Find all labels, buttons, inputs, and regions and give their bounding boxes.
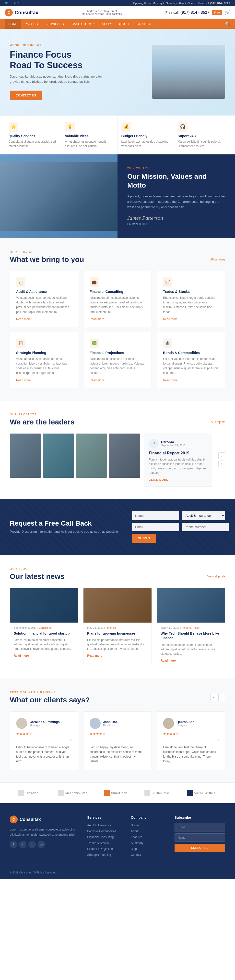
project-thumbnails bbox=[10, 434, 140, 487]
callback-name-input[interactable] bbox=[132, 511, 179, 520]
footer-link-strategic[interactable]: Strategic Planning bbox=[87, 853, 121, 856]
footer-link-features[interactable]: Features bbox=[131, 835, 165, 839]
callback-service-select[interactable]: Audit & Insurance Financial Consulting S… bbox=[181, 511, 225, 520]
top-bar: 🐦 f in g+ Opening Hours: Monday to Satur… bbox=[0, 0, 235, 6]
footer-name-input[interactable] bbox=[175, 834, 225, 842]
testimonials-next-button[interactable]: › bbox=[218, 694, 225, 701]
nav-home[interactable]: HOME bbox=[5, 19, 21, 29]
feature-ideas-title: Valuable Ideas bbox=[65, 134, 114, 138]
mission-content: WHY WE ARE Our Mission, Values and Motto… bbox=[118, 154, 235, 238]
footer-social: f t in g+ bbox=[10, 841, 77, 848]
footer-services-col: Services Audit & Assurance Bonds & Commo… bbox=[87, 816, 121, 859]
testimonial-3-text: I am alone, and feel the charm of existe… bbox=[163, 745, 219, 764]
blog-post-1-title: Solution financial for good startup bbox=[14, 631, 74, 636]
callback-phone-input[interactable] bbox=[181, 523, 229, 531]
service-projections-text: Iullus mollis id accumsan euismod at lac… bbox=[90, 357, 145, 375]
blog-post-2-title: Plans for growing businesses bbox=[87, 631, 148, 636]
all-services-link[interactable]: All services bbox=[210, 258, 225, 261]
nav-services[interactable]: SERVICES ▼ bbox=[42, 19, 68, 29]
twitter-icon[interactable]: 🐦 bbox=[5, 2, 8, 5]
service-bonds-read-more[interactable]: Read more bbox=[163, 379, 177, 382]
testimonials-prev-button[interactable]: ‹ bbox=[210, 694, 217, 701]
partner-ultradao-icon bbox=[18, 790, 24, 796]
search-icon[interactable]: 🔍 bbox=[225, 22, 230, 26]
footer-twitter-icon[interactable]: t bbox=[19, 841, 27, 848]
service-financial-text: Iullus mollis affirms habitasse dictumst… bbox=[90, 296, 145, 315]
footer-googleplus-icon[interactable]: g+ bbox=[38, 841, 45, 848]
footer-services-links: Audit & Assurance Bonds & Commodities Fi… bbox=[87, 823, 121, 856]
testimonial-2-avatar bbox=[90, 718, 101, 729]
feature-budget: 💰 Budget Friendly Lacinia elit accnae es… bbox=[118, 116, 174, 154]
blog-post-2-read-more[interactable]: Read more bbox=[87, 654, 103, 657]
footer-link-contact[interactable]: Contact bbox=[131, 853, 165, 856]
testimonial-2-stars: ★★★★☆ bbox=[90, 732, 145, 736]
project-thumb-1 bbox=[10, 434, 41, 478]
blog-title: Our latest news bbox=[10, 572, 65, 581]
footer-facebook-icon[interactable]: f bbox=[10, 841, 17, 848]
testimonial-2-text: I am so happy, my dear friend, so absorb… bbox=[90, 745, 145, 764]
slider-prev-button[interactable]: ‹ bbox=[218, 452, 225, 459]
testimonial-3-stars: ★★★★☆ bbox=[163, 732, 219, 736]
callback-submit-button[interactable]: SUBMIT bbox=[132, 534, 156, 543]
footer-linkedin-icon[interactable]: in bbox=[28, 841, 36, 848]
footer-link-financial[interactable]: Financial Consulting bbox=[87, 835, 121, 839]
service-financial-read-more[interactable]: Read more bbox=[90, 317, 104, 321]
header-address: Address: 121 King Street Melbourne Victo… bbox=[82, 10, 122, 16]
hero-person-image bbox=[152, 45, 225, 99]
trades-icon: 📈 bbox=[163, 277, 172, 287]
callback-section: Request a Free Call Back Provide Discuss… bbox=[0, 499, 235, 555]
footer-link-audit[interactable]: Audit & Assurance bbox=[87, 823, 121, 827]
service-audit-read-more[interactable]: Read more bbox=[16, 317, 31, 321]
slider-next-button[interactable]: › bbox=[218, 461, 225, 468]
callback-email-input[interactable] bbox=[132, 523, 179, 531]
nav-shop[interactable]: SHOP bbox=[98, 19, 114, 29]
footer-link-summary[interactable]: Summary bbox=[131, 841, 165, 845]
all-projects-link[interactable]: All projects bbox=[211, 420, 225, 424]
projections-icon: 💹 bbox=[90, 339, 99, 348]
service-projections-read-more[interactable]: Read more bbox=[90, 379, 104, 382]
project-read-more[interactable]: CLICK MORE bbox=[149, 478, 169, 481]
social-icons: 🐦 f in g+ bbox=[5, 2, 22, 5]
service-strategic-read-more[interactable]: Read more bbox=[16, 379, 31, 382]
project-detail-card: U Ultradao... September 14, 2018 Financi… bbox=[144, 434, 212, 487]
testimonial-3: Qaprsh Ash Designer ★★★★☆ " I am alone, … bbox=[157, 711, 225, 770]
budget-icon: 💰 bbox=[121, 122, 131, 132]
blog-post-3-read-more[interactable]: Read more bbox=[161, 659, 176, 662]
subscribe-button[interactable]: SUBSCRIBE bbox=[175, 844, 225, 852]
facebook-icon[interactable]: f bbox=[11, 2, 11, 5]
service-trades-read-more[interactable]: Read more bbox=[163, 317, 177, 321]
googleplus-icon[interactable]: g+ bbox=[18, 2, 21, 5]
service-strategic-title: Strategic Planning bbox=[16, 351, 72, 355]
footer-link-blog[interactable]: Blog bbox=[131, 847, 165, 851]
cart-icon[interactable]: 🛒 bbox=[225, 10, 230, 15]
partner-slorprise-icon bbox=[144, 790, 150, 796]
all-posts-link[interactable]: View all posts bbox=[207, 575, 225, 578]
contact-us-button[interactable]: CONTACT US bbox=[10, 91, 42, 100]
service-bonds-title: Bonds & Commodities bbox=[163, 351, 219, 355]
footer-link-trades[interactable]: Trades & Stocks bbox=[87, 841, 121, 845]
linkedin-icon[interactable]: in bbox=[13, 2, 16, 5]
services-grid: 📊 Audit & Assurance Volutpat accumsan la… bbox=[10, 271, 225, 388]
blog-post-1-read-more[interactable]: Read more bbox=[14, 654, 29, 657]
partner-viral: VIRAL WORLD bbox=[187, 790, 216, 796]
project-thumb-3 bbox=[76, 434, 107, 478]
nav-contact[interactable]: CONTACT bbox=[133, 19, 155, 29]
footer-link-about[interactable]: About bbox=[131, 829, 165, 833]
mission-image bbox=[0, 154, 118, 238]
footer-email-input[interactable] bbox=[175, 823, 225, 832]
callback-title: Request a Free Call Back bbox=[10, 519, 122, 527]
service-bonds-text: Elit erat vulputat interdum in materies … bbox=[163, 357, 219, 375]
projects-title-row: We are the leaders All projects bbox=[10, 418, 225, 426]
service-bonds: 🏦 Bonds & Commodities Elit erat vulputat… bbox=[157, 332, 225, 388]
logo[interactable]: C Consultax bbox=[5, 9, 38, 16]
footer-link-projections[interactable]: Financial Projections bbox=[87, 847, 121, 851]
nav-pages[interactable]: PAGES ▼ bbox=[21, 19, 42, 29]
testimonial-1-text: I should be incapable of drawing a singl… bbox=[16, 745, 72, 764]
feature-ideas: 💡 Valuable Ideas Amet phasmus posuere he… bbox=[61, 116, 118, 154]
nav-blog[interactable]: BLOG ▼ bbox=[114, 19, 133, 29]
footer-link-home[interactable]: Home bbox=[131, 823, 165, 827]
ideas-icon: 💡 bbox=[65, 122, 75, 132]
nav-case-study[interactable]: CASE STUDY ▼ bbox=[68, 19, 98, 29]
partners-row: Ultradao... Meadows Star SmartTech SLORP… bbox=[10, 790, 225, 796]
footer-link-bonds[interactable]: Bonds & Commodities bbox=[87, 829, 121, 833]
